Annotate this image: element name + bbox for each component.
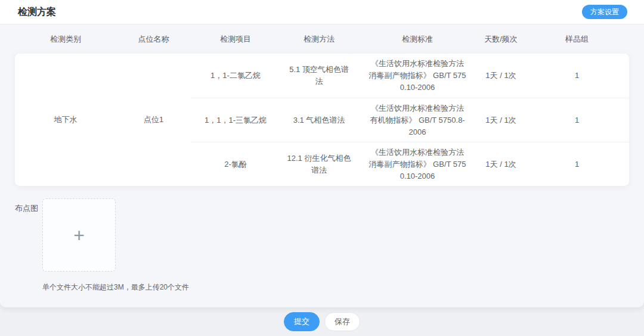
table-row-1-standard: 《生活饮用水标准检验方法 消毒副产物指标》 GB/T 575 0.10-2006: [358, 54, 477, 98]
table-row-1-days-freq: 1天 / 1次: [477, 54, 525, 98]
footer-action-bar: 提交 保存: [0, 307, 644, 336]
plus-icon: +: [73, 226, 85, 245]
column-header-sample-group: 样品组: [525, 24, 629, 54]
plan-settings-button[interactable]: 方案设置: [582, 5, 627, 19]
table-row-2-sample-group: 1: [525, 98, 629, 142]
table-row-2-item: 1，1，1-三氯乙烷: [191, 98, 280, 142]
page-title: 检测方案: [18, 6, 56, 18]
save-button[interactable]: 保存: [324, 312, 360, 331]
file-upload-dropzone[interactable]: +: [42, 198, 116, 272]
layout-map-section: 布点图 + 单个文件大小不能超过3M，最多上传20个文件: [15, 198, 629, 293]
detection-plan-panel: 检测方案 方案设置 检测类别 点位名称 检测项目 检测方法 检测标准 天数/频次…: [0, 0, 644, 307]
table-row-3-standard: 《生活饮用水标准检验方法 消毒副产物指标》 GB/T 575 0.10-2006: [358, 142, 477, 186]
table-row-1-item: 1，1-二氯乙烷: [191, 54, 280, 98]
submit-button[interactable]: 提交: [284, 312, 320, 331]
table-row-2-days-freq: 1天 / 1次: [477, 98, 525, 142]
layout-map-label: 布点图: [15, 203, 42, 214]
title-bar: 检测方案 方案设置: [0, 0, 644, 24]
upload-hint-text: 单个文件大小不能超过3M，最多上传20个文件: [42, 282, 189, 293]
table-header-row: 检测类别 点位名称 检测项目 检测方法 检测标准 天数/频次 样品组: [15, 24, 629, 54]
content-area: 检测类别 点位名称 检测项目 检测方法 检测标准 天数/频次 样品组 地下水 点…: [0, 24, 644, 293]
table-row-1-method: 5.1 顶空气相色谱法: [280, 54, 358, 98]
table-row-3-days-freq: 1天 / 1次: [477, 142, 525, 186]
column-header-point-name: 点位名称: [116, 24, 191, 54]
table-row-2-standard: 《生活饮用水标准检验方法 有机物指标》 GB/T 5750.8- 2006: [358, 98, 477, 142]
category-cell: 地下水: [15, 54, 116, 186]
column-header-item: 检测项目: [191, 24, 280, 54]
table-row-1-sample-group: 1: [525, 54, 629, 98]
column-header-days-freq: 天数/频次: [477, 24, 525, 54]
table-row-3-item: 2-氯酚: [191, 142, 280, 186]
table-row-2-method: 3.1 气相色谱法: [280, 98, 358, 142]
table-row-3-sample-group: 1: [525, 142, 629, 186]
column-header-standard: 检测标准: [358, 24, 477, 54]
point-name-cell: 点位1: [116, 54, 191, 186]
detection-table: 地下水 点位1 1，1-二氯乙烷 5.1 顶空气相色谱法 《生活饮用水标准检验方…: [15, 54, 629, 186]
table-row-3-method: 12.1 衍生化气相色谱法: [280, 142, 358, 186]
column-header-method: 检测方法: [280, 24, 358, 54]
column-header-category: 检测类别: [15, 24, 116, 54]
